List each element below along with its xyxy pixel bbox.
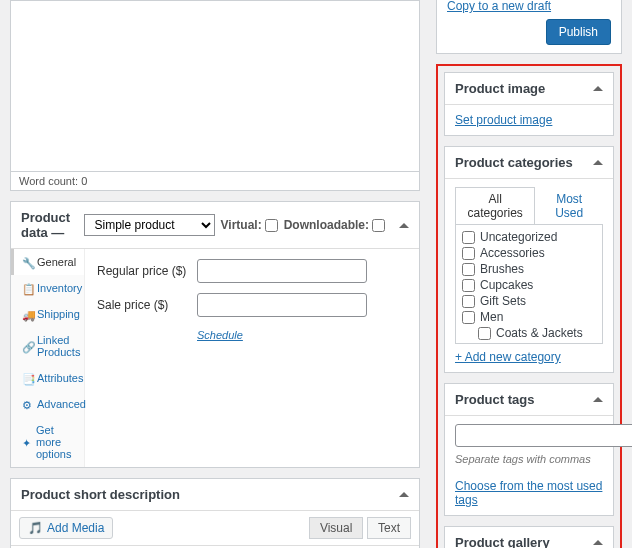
- product-tags-box: Product tags Add Separate tags with comm…: [444, 383, 614, 516]
- collapse-icon[interactable]: [593, 86, 603, 91]
- short-description-title: Product short description: [21, 487, 180, 502]
- category-checkbox[interactable]: [462, 247, 475, 260]
- tag-input[interactable]: [455, 424, 632, 447]
- category-label: Gift Sets: [480, 294, 526, 308]
- wrench-icon: 🔧: [22, 257, 32, 267]
- downloadable-checkbox[interactable]: [372, 219, 385, 232]
- tab-general[interactable]: 🔧General: [11, 249, 84, 275]
- truck-icon: 🚚: [22, 309, 32, 319]
- product-data-box: Product data — Simple product Virtual: D…: [10, 201, 420, 468]
- word-count: Word count: 0: [10, 172, 420, 191]
- product-type-select[interactable]: Simple product: [84, 214, 215, 236]
- product-categories-title: Product categories: [455, 155, 573, 170]
- category-item[interactable]: Gift Sets: [462, 293, 596, 309]
- product-image-title: Product image: [455, 81, 545, 96]
- sale-price-input[interactable]: [197, 293, 367, 317]
- category-label: Coats & Jackets: [496, 326, 583, 340]
- copy-to-draft-link[interactable]: Copy to a new draft: [447, 0, 611, 13]
- category-checkbox[interactable]: [462, 295, 475, 308]
- gear-icon: ⚙: [22, 399, 32, 409]
- category-label: Uncategorized: [480, 230, 557, 244]
- regular-price-input[interactable]: [197, 259, 367, 283]
- category-label: Accessories: [480, 246, 545, 260]
- category-item[interactable]: Coats & Jackets: [462, 325, 596, 341]
- tab-advanced[interactable]: ⚙Advanced: [11, 391, 84, 417]
- category-label: Men: [480, 310, 503, 324]
- tab-get-more[interactable]: ✦Get more options: [11, 417, 84, 467]
- product-categories-box: Product categories All categories Most U…: [444, 146, 614, 373]
- category-checkbox[interactable]: [462, 263, 475, 276]
- virtual-checkbox[interactable]: [265, 219, 278, 232]
- publish-button[interactable]: Publish: [546, 19, 611, 45]
- product-tags-title: Product tags: [455, 392, 534, 407]
- category-item[interactable]: Brushes: [462, 261, 596, 277]
- product-gallery-box: Product gallery Add product gallery imag…: [444, 526, 614, 548]
- regular-price-label: Regular price ($): [97, 264, 189, 278]
- set-product-image-link[interactable]: Set product image: [455, 113, 552, 127]
- collapse-icon[interactable]: [399, 223, 409, 228]
- category-checkbox[interactable]: [462, 231, 475, 244]
- collapse-icon[interactable]: [593, 397, 603, 402]
- tab-inventory[interactable]: 📋Inventory: [11, 275, 84, 301]
- sale-price-label: Sale price ($): [97, 298, 189, 312]
- category-label: Brushes: [480, 262, 524, 276]
- categories-tab-most-used[interactable]: Most Used: [535, 187, 603, 224]
- product-gallery-title: Product gallery: [455, 535, 550, 548]
- tab-shipping[interactable]: 🚚Shipping: [11, 301, 84, 327]
- category-item[interactable]: Uncategorized: [462, 229, 596, 245]
- collapse-icon[interactable]: [593, 540, 603, 545]
- product-data-title: Product data —: [21, 210, 78, 240]
- add-media-button[interactable]: 🎵 Add Media: [19, 517, 113, 539]
- visual-tab[interactable]: Visual: [309, 517, 363, 539]
- category-checkbox[interactable]: [478, 327, 491, 340]
- downloadable-checkbox-label: Downloadable:: [284, 218, 385, 232]
- sparkle-icon: ✦: [22, 437, 31, 447]
- tab-linked-products[interactable]: 🔗Linked Products: [11, 327, 84, 365]
- content-editor[interactable]: [10, 0, 420, 172]
- category-item[interactable]: Accessories: [462, 245, 596, 261]
- product-image-box: Product image Set product image: [444, 72, 614, 136]
- collapse-icon[interactable]: [399, 492, 409, 497]
- category-checkbox[interactable]: [462, 311, 475, 324]
- virtual-checkbox-label: Virtual:: [221, 218, 278, 232]
- publish-box: Copy to a new draft Publish: [436, 0, 622, 54]
- tags-hint: Separate tags with commas: [455, 453, 603, 465]
- choose-most-used-tags-link[interactable]: Choose from the most used tags: [455, 479, 602, 507]
- category-checkbox[interactable]: [462, 279, 475, 292]
- camera-icon: 🎵: [28, 521, 43, 535]
- highlighted-sidebar: Product image Set product image Product …: [436, 64, 622, 548]
- notes-icon: 📑: [22, 373, 32, 383]
- collapse-icon[interactable]: [593, 160, 603, 165]
- category-item[interactable]: Men: [462, 309, 596, 325]
- category-item[interactable]: Cupcakes: [462, 277, 596, 293]
- link-icon: 🔗: [22, 341, 32, 351]
- category-list[interactable]: UncategorizedAccessoriesBrushesCupcakesG…: [455, 224, 603, 344]
- category-label: Cupcakes: [480, 278, 533, 292]
- categories-tab-all[interactable]: All categories: [455, 187, 535, 224]
- schedule-link[interactable]: Schedule: [97, 329, 243, 341]
- text-tab[interactable]: Text: [367, 517, 411, 539]
- clipboard-icon: 📋: [22, 283, 32, 293]
- short-description-box: Product short description 🎵 Add Media Vi…: [10, 478, 420, 548]
- tab-attributes[interactable]: 📑Attributes: [11, 365, 84, 391]
- add-new-category-link[interactable]: + Add new category: [455, 344, 561, 364]
